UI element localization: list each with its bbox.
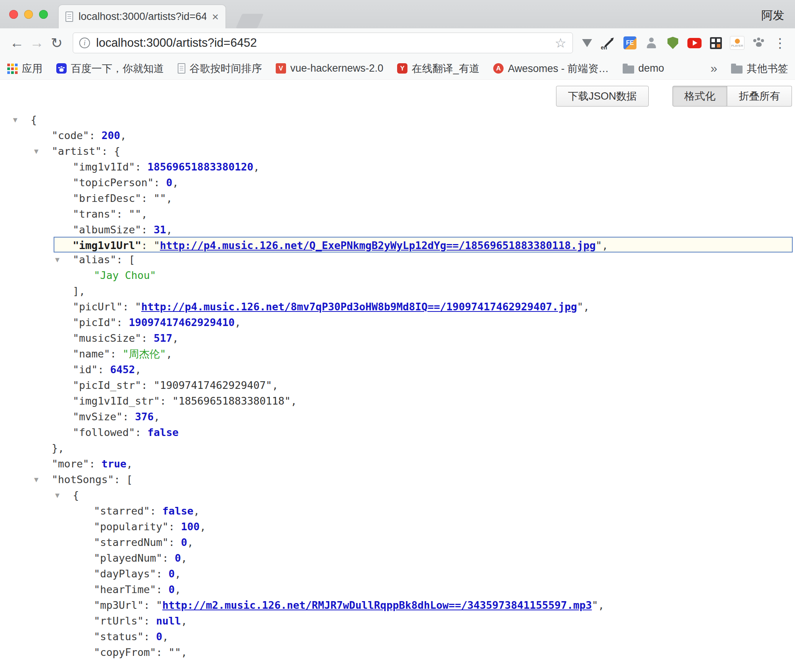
json-punctuation: , [253,161,259,173]
minimize-window-button[interactable] [24,10,33,19]
json-key: "img1v1Id_str" [73,395,160,407]
json-punctuation: , [181,552,187,564]
en-label: en [601,44,607,51]
json-key: "rtUrls" [94,615,144,627]
collapse-toggle-icon[interactable]: ▼ [55,252,59,267]
bookmark-label: 在线翻译_有道 [412,62,479,75]
bookmark-youdao-translate[interactable]: Y 在线翻译_有道 [397,62,479,75]
json-punctuation: : [89,458,102,470]
profile-name[interactable]: 阿发 [761,8,784,23]
collapse-toggle-icon[interactable]: ▼ [34,472,38,487]
collapse-toggle-icon[interactable]: ▼ [34,143,38,159]
fehelper-extension-icon[interactable]: FE [622,35,638,51]
collapse-toggle-icon[interactable]: ▼ [13,112,17,128]
json-line: "starred": false, [0,503,795,519]
close-window-button[interactable] [9,10,18,19]
tab-strip: localhost:3000/artists?id=645 × 阿发 [0,0,795,28]
chrome-menu-button[interactable]: ⋮ [772,35,788,51]
json-string: "Jay Chou" [94,269,156,281]
json-line: "copyFrom": "", [0,644,795,660]
json-key: "followed" [73,426,135,438]
json-punctuation: [ [126,474,132,485]
json-literal: true [101,458,126,470]
json-line: ▼"artist": { [0,143,795,159]
json-number: 19097417462929410 [129,316,234,328]
json-literal: false [147,426,178,438]
json-url-link[interactable]: http://p4.music.126.net/8mv7qP30Pd3oHW8b… [141,301,577,313]
json-punctuation: , [598,599,604,611]
json-line: "img1v1Id_str": "18569651883380118", [0,393,795,409]
json-url-link[interactable]: http://m2.music.126.net/RMJR7wDullRqppBk… [162,599,592,611]
paw-extension-icon[interactable] [751,35,767,51]
player-extension-icon[interactable]: PLAYER [729,35,745,51]
json-punctuation: , [193,505,200,517]
json-key: "name" [73,348,110,360]
youtube-extension-icon[interactable] [686,35,702,51]
json-punctuation: : [101,145,114,157]
download-json-button[interactable]: 下载JSON数据 [556,86,649,107]
devtools-extension-icon[interactable] [579,35,595,51]
zoom-window-button[interactable] [39,10,48,19]
format-button[interactable]: 格式化 [672,86,727,107]
new-tab-button[interactable] [236,14,264,28]
json-literal: false [162,505,193,517]
reload-button[interactable]: ↻ [47,35,67,51]
json-punctuation: " [577,301,583,313]
json-number: 376 [135,411,154,423]
page-info-icon[interactable]: i [79,38,90,48]
json-key: "topicPerson" [73,177,154,188]
json-string: "周杰伦" [123,348,166,360]
bookmark-demo-folder[interactable]: demo [623,62,664,74]
json-line: "hearTime": 0, [0,582,795,597]
json-punctuation: " [154,239,160,251]
json-key: "musicSize" [73,332,141,344]
other-bookmarks-folder[interactable]: 其他书签 [731,62,788,75]
bookmark-star-icon[interactable]: ☆ [555,35,566,51]
json-key: "playedNum" [94,552,162,564]
json-line: "id": 6452, [0,362,795,377]
json-number: 18569651883380120 [147,161,253,173]
bookmark-awesomes[interactable]: A Awesomes - 前端资… [493,62,609,75]
json-punctuation: " [595,239,602,251]
json-punctuation: : [141,224,154,236]
json-key: "status" [94,631,144,642]
back-button[interactable]: ← [7,35,27,51]
shield-extension-icon[interactable] [665,35,681,51]
player-dot-icon [735,39,740,44]
person-icon [646,37,657,49]
tab-close-icon[interactable]: × [212,11,219,23]
browser-tab[interactable]: localhost:3000/artists?id=645 × [58,5,226,28]
bookmark-vue-hackernews[interactable]: V vue-hackernews-2.0 [276,62,383,74]
json-url-link[interactable]: http://p4.music.126.net/Q_ExePNkmgB2yWyL… [160,239,596,251]
page-content: 下载JSON数据 格式化 折叠所有 ▼{"code": 200,▼"artist… [0,86,795,660]
json-punctuation: " [592,599,598,611]
json-punctuation: , [172,177,178,188]
bookmark-apps[interactable]: 应用 [7,62,43,75]
json-key: "hotSongs" [52,474,114,485]
json-key: "trans" [73,208,116,220]
json-punctuation: , [175,568,181,580]
json-line: "trans": "", [0,206,795,222]
forward-button[interactable]: → [27,35,47,51]
url-text[interactable]: localhost:3000/artists?id=6452 [96,36,555,50]
address-bar[interactable]: i localhost:3000/artists?id=6452 ☆ [73,33,573,53]
collapse-all-button[interactable]: 折叠所有 [727,86,792,107]
json-punctuation: : [141,239,154,251]
qr-code-extension-icon[interactable] [708,35,724,51]
json-punctuation: : [110,348,123,360]
json-punctuation: { [31,114,37,126]
json-key: "mp3Url" [94,599,144,611]
json-punctuation: : [123,411,135,423]
collapse-toggle-icon[interactable]: ▼ [55,487,59,503]
bookmark-google-sort[interactable]: 谷歌按时间排序 [178,62,262,75]
translator-pen-extension-icon[interactable]: en [600,35,617,51]
json-punctuation: " [135,301,141,313]
bookmark-baidu[interactable]: 百度一下，你就知道 [56,62,164,75]
awesomes-badge-icon: A [493,63,504,74]
json-punctuation: , [126,458,132,470]
page-favicon-icon [65,11,73,22]
json-line: "name": "周杰伦", [0,346,795,362]
person-extension-icon[interactable] [643,35,659,51]
json-punctuation: , [166,224,172,236]
bookmarks-overflow-chevron[interactable]: » [710,61,717,75]
